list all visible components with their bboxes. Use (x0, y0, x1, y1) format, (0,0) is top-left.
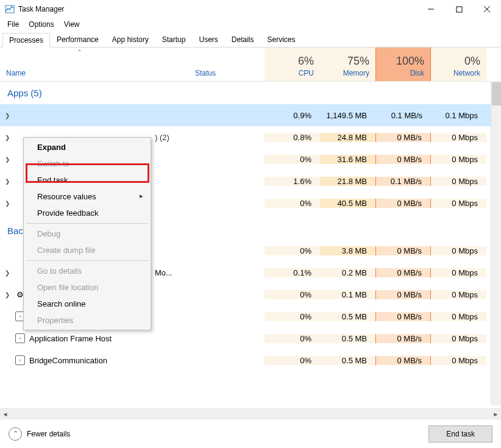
process-memory: 0.5 MB (320, 334, 375, 343)
process-disk: 0 MB/s (375, 268, 431, 277)
tab-app-history[interactable]: App history (105, 32, 155, 47)
column-name-label: Name (6, 69, 183, 77)
ctx-expand[interactable]: Expand (25, 139, 149, 155)
context-menu: Expand Switch to End task Resource value… (23, 137, 151, 330)
network-percent: 0% (464, 55, 480, 68)
chevron-right-icon: ❯ (4, 112, 11, 119)
menu-file[interactable]: File (4, 19, 23, 30)
window-controls (417, 0, 501, 18)
menu-options[interactable]: Options (25, 19, 57, 30)
network-label: Network (453, 69, 480, 77)
process-network: 0 Mbps (431, 177, 486, 186)
process-network: 0.1 Mbps (431, 111, 486, 120)
scrollbar-thumb[interactable] (492, 82, 501, 105)
ctx-provide-feedback[interactable]: Provide feedback (25, 205, 149, 221)
minimize-button[interactable] (417, 0, 445, 18)
fewer-details-toggle[interactable]: ⌃ Fewer details (9, 427, 70, 441)
process-disk: 0 MB/s (375, 334, 431, 343)
process-cpu: 0% (265, 334, 320, 343)
process-disk: 0 MB/s (375, 133, 431, 142)
process-memory: 24.8 MB (320, 133, 375, 142)
horizontal-scrollbar[interactable]: ◄ ► (0, 408, 501, 419)
section-label: Bac (4, 226, 23, 236)
vertical-scrollbar[interactable] (491, 82, 501, 405)
process-network: 0 Mbps (431, 334, 486, 343)
chevron-right-icon: ❯ (4, 178, 11, 185)
process-cpu: 0% (265, 199, 320, 208)
section-apps: Apps (5) (0, 82, 501, 104)
process-network: 0 Mbps (431, 155, 486, 164)
tab-processes[interactable]: Processes (2, 33, 50, 48)
task-manager-window: Task Manager File Options View Processes… (0, 0, 501, 448)
collapse-icon: ⌃ (9, 427, 22, 441)
ctx-resource-values[interactable]: Resource values (25, 188, 149, 205)
process-network: 0 Mbps (431, 133, 486, 142)
process-memory: 0.2 MB (320, 268, 375, 277)
process-disk: 0.1 MB/s (375, 111, 431, 120)
ctx-open-location: Open file location (25, 279, 149, 296)
process-disk: 0 MB/s (375, 246, 431, 255)
column-header-memory[interactable]: 75% Memory (320, 48, 375, 81)
footer: ⌃ Fewer details End task (0, 419, 501, 448)
fewer-details-label: Fewer details (27, 430, 70, 438)
cpu-percent: 6% (298, 55, 314, 68)
process-memory: 3.8 MB (320, 246, 375, 255)
column-header-network[interactable]: 0% Network (431, 48, 486, 81)
ctx-properties: Properties (25, 312, 149, 329)
ctx-separator (26, 260, 148, 261)
column-header-status[interactable]: Status (189, 48, 265, 81)
chevron-right-icon: ❯ (4, 156, 11, 163)
process-cpu: 0% (265, 356, 320, 365)
ctx-end-task[interactable]: End task (25, 172, 149, 188)
scroll-left-icon[interactable]: ◄ (0, 409, 10, 419)
disk-percent: 100% (396, 55, 424, 68)
sort-indicator-icon: ⌃ (77, 49, 82, 55)
menu-view[interactable]: View (60, 19, 84, 30)
process-cpu: 0% (265, 155, 320, 164)
process-disk: 0 MB/s (375, 199, 431, 208)
process-row[interactable]: ❯▫BridgeCommunication 0% 0.5 MB 0 MB/s 0… (0, 349, 501, 371)
tab-performance[interactable]: Performance (50, 32, 105, 47)
app-icon (5, 4, 15, 14)
scroll-right-icon[interactable]: ► (491, 409, 501, 419)
column-header-name[interactable]: ⌃ Name (0, 48, 189, 81)
tab-users[interactable]: Users (192, 32, 224, 47)
process-cpu: 0.9% (265, 111, 320, 120)
process-memory: 0.5 MB (320, 356, 375, 365)
column-status-label: Status (195, 69, 258, 77)
process-cpu: 0.8% (265, 133, 320, 142)
tab-services[interactable]: Services (261, 32, 302, 47)
process-network: 0 Mbps (431, 199, 486, 208)
process-row[interactable]: ❯ 0.9% 1,149.5 MB 0.1 MB/s 0.1 Mbps (0, 104, 501, 126)
ctx-create-dump: Create dump file (25, 242, 149, 258)
process-cpu: 0% (265, 290, 320, 299)
end-task-button[interactable]: End task (428, 425, 492, 443)
process-icon (15, 110, 26, 121)
process-network: 0 Mbps (431, 356, 486, 365)
app-icon: ▫ (15, 333, 26, 344)
tab-details[interactable]: Details (225, 32, 261, 47)
column-header-disk[interactable]: 100% Disk (375, 48, 431, 81)
column-headers: ⌃ Name Status 6% CPU 75% Memory 100% Dis… (0, 48, 501, 82)
process-name: Application Frame Host (29, 334, 112, 343)
ctx-search-online[interactable]: Search online (25, 296, 149, 312)
column-header-cpu[interactable]: 6% CPU (265, 48, 320, 81)
maximize-button[interactable] (445, 0, 473, 18)
process-cpu: 0% (265, 312, 320, 321)
window-title: Task Manager (18, 5, 64, 13)
ctx-switch-to: Switch to (25, 155, 149, 172)
process-disk: 0 MB/s (375, 312, 431, 321)
cpu-label: CPU (299, 69, 314, 77)
ctx-separator (26, 223, 148, 224)
process-cpu: 0% (265, 246, 320, 255)
process-disk: 0 MB/s (375, 356, 431, 365)
process-memory: 31.6 MB (320, 155, 375, 164)
process-memory: 40.5 MB (320, 199, 375, 208)
process-name: ) (2) (155, 133, 169, 142)
close-button[interactable] (473, 0, 501, 18)
chevron-right-icon: ❯ (4, 291, 11, 298)
tab-startup[interactable]: Startup (155, 32, 193, 47)
process-row[interactable]: ❯▫Application Frame Host 0% 0.5 MB 0 MB/… (0, 327, 501, 349)
ctx-go-to-details: Go to details (25, 263, 149, 279)
process-disk: 0 MB/s (375, 155, 431, 164)
